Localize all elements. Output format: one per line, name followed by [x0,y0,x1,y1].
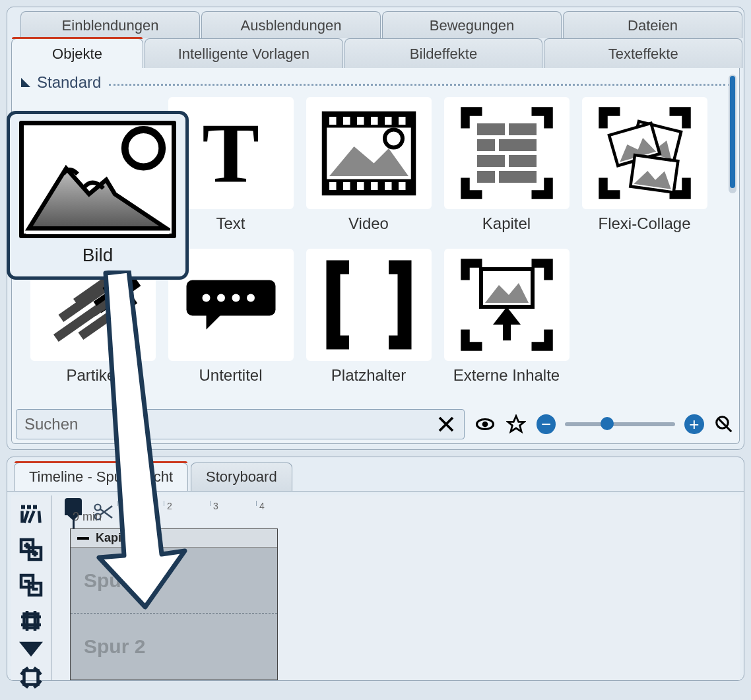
svg-rect-59 [33,505,37,509]
image-icon [30,97,156,209]
svg-rect-7 [385,117,392,125]
svg-rect-13 [385,182,392,190]
svg-rect-4 [343,117,350,125]
crop-icon[interactable] [18,609,44,633]
collage-icon [582,97,707,209]
toolbox-scrollbar[interactable] [729,75,736,193]
svg-rect-19 [477,139,495,151]
group-divider-dots [109,84,730,86]
collapse-minus-icon[interactable] [77,537,89,540]
svg-rect-17 [477,123,505,135]
remove-track-icon[interactable] [18,573,44,597]
toolbox-group-title: Standard [37,73,101,92]
svg-rect-76 [24,671,38,685]
svg-rect-22 [509,155,537,167]
zoom-slider[interactable] [565,422,675,426]
tab-bewegungen[interactable]: Bewegungen [382,11,562,38]
svg-rect-8 [399,117,406,125]
tab-bildeffekte[interactable]: Bildeffekte [344,38,543,68]
svg-rect-29 [630,155,678,193]
svg-rect-5 [357,117,364,125]
toolbox-tab-row-upper: Einblendungen Ausblendungen Bewegungen D… [20,7,744,38]
text-icon: T [168,97,294,209]
fit-icon[interactable] [18,666,44,689]
tab-storyboard[interactable]: Storyboard [191,462,292,491]
drag-arrow-icon [92,270,191,614]
eye-icon[interactable] [474,413,496,435]
toolbox-tab-row-lower: Objekte Intelligente Vorlagen Bildeffekt… [7,38,744,68]
timeline-sidebar [11,495,51,680]
svg-point-45 [232,294,240,302]
svg-marker-42 [206,313,223,330]
zoom-out-button[interactable]: − [537,414,556,434]
svg-point-43 [202,294,210,302]
video-icon [306,97,432,209]
zoom-reset-icon[interactable] [713,413,735,435]
svg-marker-53 [508,416,525,432]
obj-externe-inhalte[interactable]: Externe Inhalte [439,249,574,400]
zoom-in-button[interactable]: + [684,414,703,434]
svg-point-44 [217,294,225,302]
externe-icon [444,249,570,361]
toolbox-group-header[interactable]: Standard [12,68,739,94]
track-options-icon[interactable] [18,502,44,526]
search-input[interactable] [23,414,435,434]
placeholder-icon [306,249,432,361]
svg-rect-21 [477,155,505,167]
svg-rect-11 [357,182,364,190]
svg-rect-12 [371,182,378,190]
zoom-slider-knob[interactable] [601,417,614,430]
tab-einblendungen[interactable]: Einblendungen [20,11,200,38]
collapse-triangle-icon [21,78,30,87]
obj-text[interactable]: T Text [163,97,298,249]
search-field-wrap [16,409,465,439]
kapitel-icon [444,97,570,209]
obj-video[interactable]: Video [301,97,436,249]
track-2[interactable]: Spur 2 [71,614,277,680]
add-track-icon[interactable] [18,538,44,561]
obj-kapitel[interactable]: Kapitel [439,97,574,249]
svg-marker-75 [19,642,43,657]
clear-search-icon[interactable] [435,413,457,435]
svg-rect-58 [27,505,31,509]
obj-flexicollage[interactable]: Flexi-Collage [577,97,712,249]
tab-intelligente-vorlagen[interactable]: Intelligente Vorlagen [145,38,343,68]
tab-dateien[interactable]: Dateien [563,11,742,38]
svg-rect-9 [329,182,337,190]
svg-point-46 [247,294,255,302]
svg-rect-3 [329,117,337,125]
svg-rect-57 [21,505,25,509]
star-icon[interactable] [505,413,527,435]
svg-rect-20 [499,139,537,151]
obj-bild[interactable] [25,97,160,249]
svg-rect-18 [509,123,537,135]
svg-rect-24 [499,171,537,183]
expand-arrow-icon[interactable] [18,645,44,654]
tab-texteffekte[interactable]: Texteffekte [544,38,742,68]
toolbox-scrollbar-thumb[interactable] [730,76,735,188]
svg-line-55 [727,427,732,432]
svg-line-56 [719,420,726,426]
tab-ausblendungen[interactable]: Ausblendungen [201,11,381,38]
svg-rect-14 [399,182,406,190]
svg-rect-23 [477,171,495,183]
svg-rect-6 [371,117,378,125]
obj-platzhalter[interactable]: Platzhalter [301,249,436,400]
svg-marker-50 [493,307,521,325]
svg-rect-10 [343,182,350,190]
svg-rect-41 [186,280,275,316]
svg-point-52 [482,422,488,428]
tab-objekte[interactable]: Objekte [11,38,143,68]
